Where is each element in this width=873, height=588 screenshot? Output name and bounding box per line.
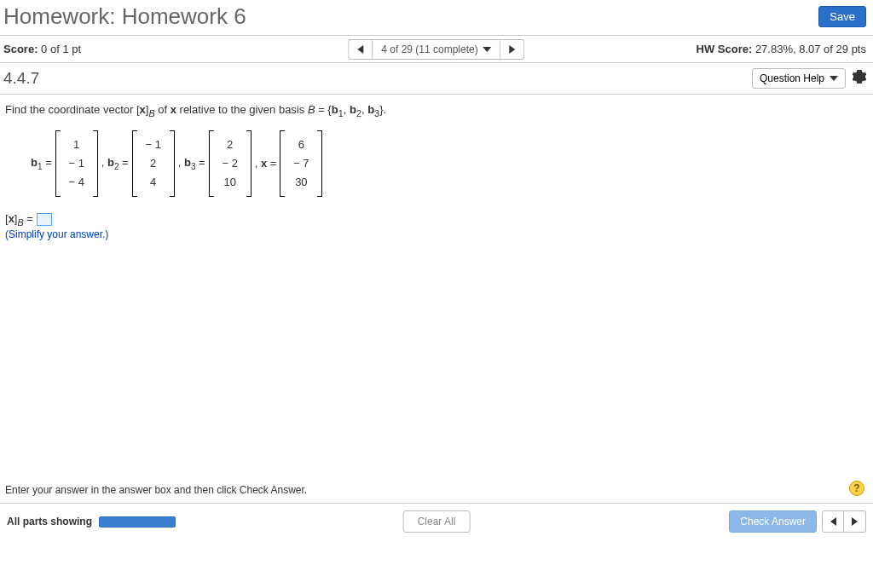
triangle-down-icon bbox=[483, 47, 492, 52]
answer-input[interactable] bbox=[37, 213, 52, 226]
score-value: 0 of 1 pt bbox=[41, 43, 81, 55]
progress-bar bbox=[99, 516, 176, 527]
save-button[interactable]: Save bbox=[818, 6, 866, 27]
question-nav-dropdown[interactable]: 4 of 29 (11 complete) bbox=[372, 39, 500, 60]
b2-vector: − 124 bbox=[132, 130, 175, 197]
help-icon[interactable]: ? bbox=[849, 481, 864, 496]
answer-hint: (Simplify your answer.) bbox=[5, 228, 863, 240]
triangle-right-icon bbox=[852, 517, 858, 526]
sep: , x = bbox=[255, 157, 277, 170]
sep: , b2 = bbox=[101, 156, 129, 171]
prompt-text: of bbox=[155, 103, 171, 116]
sep: , b3 = bbox=[178, 156, 205, 171]
triangle-down-icon bbox=[830, 76, 838, 81]
footer-prev-button[interactable] bbox=[822, 510, 844, 533]
prompt-text: relative to the given basis bbox=[176, 103, 308, 116]
clear-all-button[interactable]: Clear All bbox=[403, 510, 471, 533]
triangle-left-icon bbox=[830, 517, 836, 526]
score-display: Score: 0 of 1 pt bbox=[3, 43, 81, 55]
triangle-right-icon bbox=[510, 45, 516, 54]
footer-instruction: Enter your answer in the answer box and … bbox=[5, 484, 307, 496]
b3-vector: 2− 210 bbox=[209, 130, 251, 197]
check-answer-button[interactable]: Check Answer bbox=[729, 510, 817, 533]
page-title: Homework: Homework 6 bbox=[3, 3, 246, 30]
question-help-label: Question Help bbox=[760, 72, 824, 84]
b1-label: b1 = bbox=[31, 156, 52, 171]
answer-line: [x]B = bbox=[5, 212, 863, 228]
gear-icon[interactable] bbox=[853, 70, 866, 87]
question-number: 4.4.7 bbox=[3, 69, 39, 88]
question-help-button[interactable]: Question Help bbox=[752, 68, 846, 89]
hw-score-value: 27.83%, 8.07 of 29 pts bbox=[755, 43, 866, 55]
footer-next-button[interactable] bbox=[844, 510, 866, 533]
vector-equation: b1 = 1− 1− 4 , b2 = − 124 , b3 = 2− 210 … bbox=[31, 130, 863, 197]
nav-position-text: 4 of 29 (11 complete) bbox=[381, 43, 477, 55]
b1-vector: 1− 1− 4 bbox=[55, 130, 98, 197]
problem-prompt: Find the coordinate vector [x]B of x rel… bbox=[5, 103, 863, 118]
next-question-button[interactable] bbox=[501, 39, 525, 60]
parts-showing-label: All parts showing bbox=[7, 516, 92, 527]
score-label: Score: bbox=[3, 43, 38, 55]
prompt-text: Find the coordinate vector bbox=[5, 103, 136, 116]
triangle-left-icon bbox=[357, 45, 363, 54]
prev-question-button[interactable] bbox=[348, 39, 372, 60]
hw-score-display: HW Score: 27.83%, 8.07 of 29 pts bbox=[697, 43, 866, 55]
hw-score-label: HW Score: bbox=[697, 43, 753, 55]
x-vector: 6− 730 bbox=[280, 130, 322, 197]
